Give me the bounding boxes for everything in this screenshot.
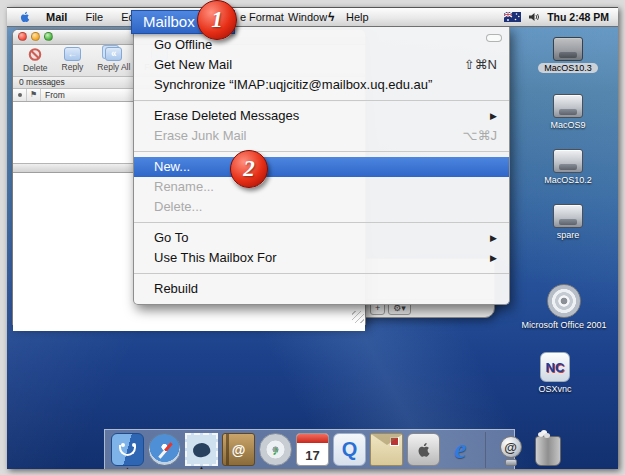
menu-item-go-to[interactable]: Go To▶ xyxy=(134,228,509,248)
menu-item-new[interactable]: New... xyxy=(134,157,509,177)
submenu-arrow-icon: ▶ xyxy=(490,106,497,126)
menu-item-rebuild[interactable]: Rebuild xyxy=(134,279,509,299)
e-glyph: e xyxy=(455,434,467,465)
volume-icon[interactable] xyxy=(528,12,540,22)
read-status-column-header[interactable] xyxy=(13,89,27,101)
toolbar-label: Delete xyxy=(23,63,48,73)
dock-at-spring-icon[interactable]: @ xyxy=(494,433,527,466)
running-indicator: ▲ xyxy=(125,466,131,469)
delete-button[interactable]: Delete xyxy=(23,47,48,73)
step-2-badge: 2 xyxy=(230,150,268,188)
date-glyph: 17 xyxy=(305,448,319,463)
dock-quicktime-icon[interactable]: Q xyxy=(333,433,366,466)
menu-bar-clock[interactable]: Thu 2:48 PM xyxy=(547,11,609,23)
dock-safari-icon[interactable] xyxy=(148,433,181,466)
osxvnc-app-icon: NC xyxy=(540,352,570,382)
close-button[interactable] xyxy=(18,32,27,41)
menu-item-use-this-mailbox-for[interactable]: Use This Mailbox For▶ xyxy=(134,248,509,268)
step-1-badge: 1 xyxy=(197,0,237,40)
dock-finder-icon[interactable]: ▲ xyxy=(111,433,144,466)
desktop-icon-macos103[interactable]: MacOS10.3 xyxy=(536,37,600,73)
desktop-icon-label: OSXvnc xyxy=(538,384,571,394)
submenu-arrow-icon: ▶ xyxy=(490,228,497,248)
dock-envelopes-icon[interactable] xyxy=(370,433,403,466)
dock: ▲ ▲ @ ♪ 17 Q e @ xyxy=(104,429,515,469)
menu-item-erase-deleted-messages[interactable]: Erase Deleted Messages▶ xyxy=(134,106,509,126)
menu-item-go-offline[interactable]: Go Offline xyxy=(134,35,509,55)
desktop-icon-label: MacOS10.3 xyxy=(538,63,598,73)
desktop-icon-macos9[interactable]: MacOS9 xyxy=(536,94,600,130)
apple-menu[interactable] xyxy=(7,10,37,24)
desktop-icon-macos102[interactable]: MacOS10.2 xyxy=(536,149,600,185)
dock-trash-icon[interactable] xyxy=(531,433,564,466)
zoom-button[interactable] xyxy=(44,32,53,41)
menu-separator xyxy=(134,273,509,274)
q-glyph: Q xyxy=(342,438,358,461)
hard-disk-icon xyxy=(553,204,583,228)
menu-item-synchronize[interactable]: Synchronize “IMAP:uqjcitiz@mailbox.uq.ed… xyxy=(134,75,509,95)
reply-all-arrow-icon: « xyxy=(105,47,122,61)
shortcut: ⇧⌘N xyxy=(464,55,497,75)
menu-item-rename: Rename... xyxy=(134,177,509,197)
menu-item-file[interactable]: File xyxy=(76,11,112,23)
menu-bar: Mail File Edit View e Format Window ϟ He… xyxy=(7,8,618,27)
dock-itunes-icon[interactable]: ♪ xyxy=(259,433,292,466)
dock-internet-explorer-icon[interactable]: e xyxy=(444,433,477,466)
at-ball: @ xyxy=(500,436,522,458)
menu-item-mail[interactable]: Mail xyxy=(37,11,76,23)
prohibition-icon xyxy=(27,47,43,62)
apple-logo-icon xyxy=(416,441,432,459)
hard-disk-icon xyxy=(553,149,583,173)
dock-system-preferences-icon[interactable] xyxy=(407,433,440,466)
reply-all-button[interactable]: « Reply All xyxy=(97,47,130,72)
running-indicator: ▲ xyxy=(199,465,205,469)
reply-arrow-icon: ← xyxy=(64,47,81,61)
menu-item-get-new-mail[interactable]: Get New Mail⇧⌘N xyxy=(134,55,509,75)
menu-item-delete: Delete... xyxy=(134,197,509,217)
spring-base xyxy=(505,459,517,466)
menu-separator xyxy=(134,151,509,152)
desktop-icon-label: spare xyxy=(557,230,580,240)
note-glyph: ♪ xyxy=(272,442,279,458)
cd-disc-icon xyxy=(547,284,581,318)
mailbox-menu: Go Offline Get New Mail⇧⌘N Synchronize “… xyxy=(133,26,510,305)
dock-separator xyxy=(485,432,486,468)
desktop-icon-label: MacOS9 xyxy=(550,120,585,130)
dock-mail-icon[interactable]: ▲ xyxy=(185,433,218,466)
menu-separator xyxy=(134,222,509,223)
hard-disk-icon xyxy=(553,94,583,118)
dock-ical-icon[interactable]: 17 xyxy=(296,433,329,466)
apple-logo-icon xyxy=(19,10,31,24)
menu-separator xyxy=(134,100,509,101)
minimize-button[interactable] xyxy=(31,32,40,41)
desktop-icon-label: Microsoft Office 2001 xyxy=(522,320,607,330)
resize-grip[interactable] xyxy=(352,311,364,323)
toolbar-toggle-pill[interactable] xyxy=(486,34,502,42)
australian-flag-icon[interactable] xyxy=(504,12,521,22)
flag-column-header[interactable]: ⚑ xyxy=(27,89,41,101)
shortcut: ⌥⌘J xyxy=(463,126,497,146)
dot-icon xyxy=(18,93,22,97)
toolbar-label: Reply xyxy=(62,62,84,72)
trash-can xyxy=(535,436,561,466)
menu-item-erase-junk-mail: Erase Junk Mail⌥⌘J xyxy=(134,126,509,146)
desktop-icon-spare[interactable]: spare xyxy=(536,204,600,240)
hard-disk-icon xyxy=(553,37,583,61)
dock-address-book-icon[interactable]: @ xyxy=(222,433,255,466)
at-glyph: @ xyxy=(232,442,246,458)
menu-item-help[interactable]: Help xyxy=(337,11,378,23)
reply-button[interactable]: ← Reply xyxy=(62,47,84,72)
desktop-icon-office-cd[interactable]: Microsoft Office 2001 xyxy=(500,284,618,330)
submenu-arrow-icon: ▶ xyxy=(490,248,497,268)
toolbar-label: Reply All xyxy=(97,62,130,72)
desktop-icon-label: MacOS10.2 xyxy=(544,175,592,185)
desktop: MacOS10.3 MacOS9 MacOS10.2 spare Microso… xyxy=(7,7,618,469)
screenshot-frame: MacOS10.3 MacOS9 MacOS10.2 spare Microso… xyxy=(0,0,625,475)
desktop-icon-osxvnc[interactable]: NC OSXvnc xyxy=(523,352,587,394)
